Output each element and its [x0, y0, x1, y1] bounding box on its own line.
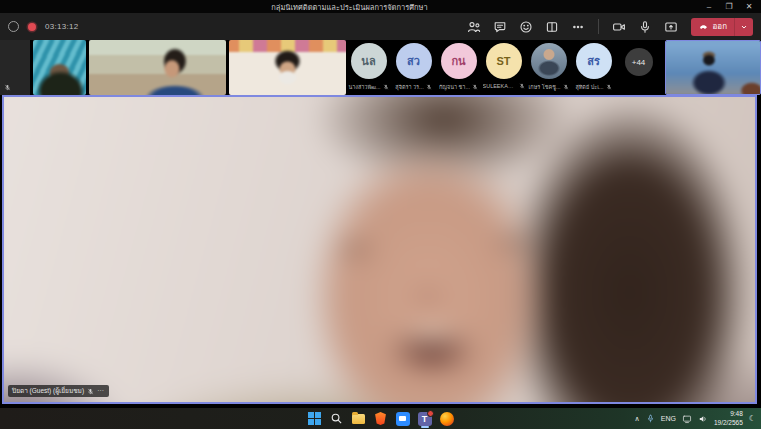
mic-off-icon [472, 84, 478, 90]
clock[interactable]: 9:48 19/2/2565 [714, 410, 743, 426]
meeting-toolbar: 03:13:12 [0, 13, 761, 40]
display-network-icon [682, 414, 692, 424]
participant-avatar-tile[interactable]: ST SULEEKAN ... [481, 40, 526, 95]
minimize-button[interactable]: – [699, 0, 719, 13]
brave-browser-button[interactable] [373, 409, 389, 428]
recording-indicator-icon [28, 23, 36, 31]
participant-video-tile[interactable] [33, 40, 86, 95]
participant-name: SULEEKAN ... [483, 83, 517, 89]
video-app-button[interactable] [395, 409, 411, 428]
folder-icon [352, 414, 365, 424]
overflow-count-badge[interactable]: +44 [625, 48, 653, 76]
hang-up-icon [698, 21, 709, 32]
participant-name: นางสาวพัฒ... [348, 83, 380, 91]
window-titlebar: กลุ่มนิเทศติดตามและประเมินผลการจัดการศึก… [0, 0, 761, 13]
chat-icon [493, 20, 507, 34]
people-icon [467, 20, 481, 34]
start-button[interactable] [307, 409, 323, 428]
avatar[interactable]: นล [351, 43, 387, 79]
chat-button[interactable] [490, 17, 510, 37]
reactions-button[interactable] [516, 17, 536, 37]
meeting-timer: 03:13:12 [45, 22, 79, 31]
tray-mic-button[interactable] [646, 414, 655, 423]
share-screen-icon [664, 20, 678, 34]
speaker-video-feed [2, 95, 757, 404]
tray-date: 19/2/2565 [714, 419, 743, 427]
volume-button[interactable] [698, 414, 708, 424]
avatar[interactable]: สว [396, 43, 432, 79]
focus-assist-icon[interactable]: ☾ [749, 414, 756, 423]
participant-avatar-tile[interactable]: สว สุจิตรา วร... [391, 40, 436, 95]
participant-video-tile[interactable] [89, 40, 226, 95]
notification-dot [427, 410, 434, 417]
tray-chevron-button[interactable]: ∧ [635, 415, 640, 423]
mic-off-icon [606, 84, 612, 90]
more-icon [571, 20, 585, 34]
participant-avatar-tile[interactable]: สร สุทิตย์ ปะเ... [571, 40, 616, 95]
breakout-rooms-icon [545, 20, 559, 34]
windows-logo-icon [308, 412, 321, 425]
participant-name: กัญจนา ชา... [439, 83, 470, 91]
leave-button[interactable]: ออก [691, 18, 753, 36]
participant-strip: นล นางสาวพัฒ... สว สุจิตรา วร... กน กัญจ… [0, 40, 761, 95]
brave-icon [375, 412, 387, 425]
video-app-icon [396, 412, 410, 426]
share-screen-button[interactable] [661, 17, 681, 37]
participant-avatar-tile[interactable]: นล นางสาวพัฒ... [346, 40, 391, 95]
mic-off-icon [383, 84, 389, 90]
more-options-button[interactable] [568, 17, 588, 37]
file-explorer-button[interactable] [351, 409, 367, 428]
window-controls: – ❐ ✕ [699, 0, 759, 13]
browser-ball-button[interactable] [439, 409, 455, 428]
search-button[interactable] [329, 409, 345, 428]
windows-taskbar: T ∧ ENG 9:48 19/2/2565 [0, 408, 761, 429]
participant-name: สุจิตรา วร... [395, 83, 423, 91]
participant-name: เกษร โชคชู... [528, 83, 560, 91]
leave-options-button[interactable] [735, 18, 753, 36]
taskbar-app-icons: T [307, 408, 455, 429]
mic-off-icon [4, 84, 11, 91]
close-button[interactable]: ✕ [739, 0, 759, 13]
active-app-indicator [421, 426, 429, 428]
camera-icon [612, 20, 626, 34]
mic-off-icon [563, 84, 569, 90]
mic-icon [638, 20, 652, 34]
self-video-tile[interactable] [665, 40, 761, 95]
tray-mic-icon [646, 414, 655, 423]
tile-more-button[interactable]: ⋯ [97, 387, 105, 395]
participant-video-tile[interactable] [0, 40, 30, 95]
network-button[interactable] [682, 414, 692, 424]
participant-avatar-tile[interactable]: กน กัญจนา ชา... [436, 40, 481, 95]
speaker-icon [698, 414, 708, 424]
avatar-photo[interactable] [531, 43, 567, 79]
orange-browser-icon [440, 412, 454, 426]
mic-off-icon [519, 83, 525, 89]
avatar-row: นล นางสาวพัฒ... สว สุจิตรา วร... กน กัญจ… [346, 40, 662, 95]
participants-button[interactable] [464, 17, 484, 37]
avatar[interactable]: กน [441, 43, 477, 79]
speaker-name-pill: ปิยดา (Guest) (ผู้เยี่ยมชม) ⋯ [8, 385, 109, 397]
meeting-title: กลุ่มนิเทศติดตามและประเมินผลการจัดการศึก… [271, 1, 427, 13]
mic-off-icon [87, 388, 94, 395]
avatar[interactable]: ST [486, 43, 522, 79]
tray-time: 9:48 [730, 410, 743, 418]
mic-button[interactable] [635, 17, 655, 37]
meeting-status-icon [8, 21, 19, 32]
breakout-rooms-button[interactable] [542, 17, 562, 37]
mic-off-icon [426, 84, 432, 90]
teams-button[interactable]: T [417, 409, 433, 428]
speaker-name-label: ปิยดา (Guest) (ผู้เยี่ยมชม) [12, 386, 84, 396]
participant-video-tile[interactable] [229, 40, 346, 95]
search-icon [330, 412, 343, 425]
overflow-participants-tile[interactable]: +44 [616, 40, 661, 95]
camera-button[interactable] [609, 17, 629, 37]
participant-avatar-tile[interactable]: เกษร โชคชู... [526, 40, 571, 95]
language-indicator[interactable]: ENG [661, 415, 676, 422]
main-speaker-video[interactable]: ปิยดา (Guest) (ผู้เยี่ยมชม) ⋯ [2, 95, 757, 404]
chevron-down-icon [740, 23, 748, 31]
leave-button-label: ออก [713, 20, 727, 33]
reactions-icon [519, 20, 533, 34]
maximize-button[interactable]: ❐ [719, 0, 739, 13]
participant-name: สุทิตย์ ปะเ... [575, 83, 603, 91]
avatar[interactable]: สร [576, 43, 612, 79]
